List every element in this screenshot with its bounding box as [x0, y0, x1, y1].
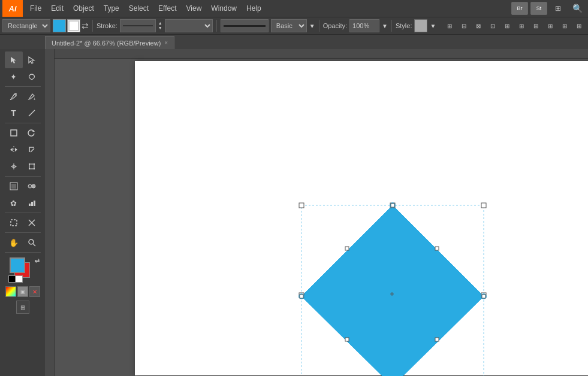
color-swatches-area: ⇄ — [5, 256, 41, 283]
svg-rect-27 — [45, 49, 588, 59]
slice-tool[interactable] — [23, 214, 41, 231]
stroke-options-select[interactable] — [165, 19, 213, 32]
arrange-btn-6[interactable]: ⊞ — [515, 19, 528, 32]
svg-point-18 — [32, 184, 35, 188]
rectangle-tool[interactable] — [5, 125, 23, 141]
svg-line-26 — [33, 244, 35, 246]
left-toolbar: ✦ + T — [0, 49, 45, 376]
bridge-icon[interactable]: Br — [511, 2, 528, 15]
svg-point-2 — [10, 99, 11, 100]
stroke-stepper[interactable]: ▲ ▼ — [158, 21, 162, 31]
menu-object[interactable]: Object — [68, 2, 99, 15]
app-logo: Ai — [2, 0, 23, 17]
arrange-btn-4[interactable]: ⊡ — [486, 19, 499, 32]
arrange-btn-9[interactable]: ⊞ — [558, 19, 571, 32]
style-preset-select[interactable]: Basic — [271, 19, 307, 32]
screen-mode-button[interactable]: ⊞ — [16, 301, 29, 314]
menu-edit[interactable]: Edit — [46, 2, 68, 15]
swap-icon[interactable]: ⇄ — [82, 21, 89, 31]
color-mode-button[interactable] — [5, 286, 16, 297]
artboard-tool[interactable] — [5, 214, 23, 231]
tab-bar: Untitled-2* @ 66.67% (RGB/Preview) × — [0, 35, 588, 49]
svg-rect-14 — [34, 168, 35, 169]
add-anchor-tool[interactable]: + — [23, 88, 41, 105]
fill-color-swatch[interactable] — [10, 257, 25, 273]
width-tool[interactable] — [5, 158, 23, 175]
arrange-btn-7[interactable]: ⊞ — [529, 19, 542, 32]
svg-rect-5 — [11, 130, 17, 136]
tab-title: Untitled-2* @ 66.67% (RGB/Preview) — [52, 40, 161, 47]
hand-tool[interactable]: ✋ — [5, 234, 23, 251]
options-toolbar: Rectangle ⇄ Stroke: ▲ ▼ Basic ▼ Opacity:… — [0, 17, 588, 35]
eyedropper-tool[interactable] — [5, 178, 23, 195]
shape-select[interactable]: Rectangle — [2, 19, 50, 32]
divider-4 — [391, 20, 392, 32]
direct-selection-tool[interactable] — [23, 51, 41, 68]
free-transform-tool[interactable] — [23, 158, 41, 175]
svg-point-17 — [28, 184, 32, 188]
arrange-btn-2[interactable]: ⊟ — [457, 19, 471, 32]
tool-sep-2 — [5, 123, 41, 123]
menu-window[interactable]: Window — [206, 2, 242, 15]
fill-swatch[interactable] — [53, 19, 66, 32]
menu-type[interactable]: Type — [99, 2, 124, 15]
type-row: T — [0, 105, 45, 122]
menu-view[interactable]: View — [182, 2, 207, 15]
opacity-dropdown-icon[interactable]: ▼ — [382, 23, 388, 29]
document-tab[interactable]: Untitled-2* @ 66.67% (RGB/Preview) × — [45, 36, 174, 49]
type-tool[interactable]: T — [5, 105, 23, 122]
stroke-color-swatch[interactable] — [67, 19, 80, 32]
style-swatch[interactable] — [414, 19, 427, 32]
lasso-tool[interactable] — [23, 68, 41, 85]
menu-help[interactable]: Help — [242, 2, 266, 15]
opacity-input[interactable] — [349, 19, 379, 32]
selection-tool[interactable] — [5, 51, 23, 68]
menu-select[interactable]: Select — [124, 2, 153, 15]
reset-stroke-icon[interactable] — [16, 275, 23, 283]
reflect-tool[interactable] — [5, 141, 23, 158]
svg-rect-11 — [29, 163, 30, 165]
menu-bar: Ai File Edit Object Type Select Effect V… — [0, 0, 588, 17]
menu-effect[interactable]: Effect — [153, 2, 181, 15]
eyedropper-row — [0, 178, 45, 195]
magic-wand-tool[interactable]: ✦ — [5, 68, 23, 85]
divider-1 — [92, 20, 93, 32]
scale-tool[interactable] — [23, 141, 41, 158]
stock-icon[interactable]: St — [530, 2, 547, 15]
blend-tool[interactable] — [23, 178, 41, 195]
menu-file[interactable]: File — [25, 2, 46, 15]
tool-sep-3 — [5, 176, 41, 177]
tab-close-button[interactable]: × — [164, 40, 168, 46]
arrange-btn-3[interactable]: ⊠ — [472, 19, 485, 32]
swap-colors-icon[interactable]: ⇄ — [35, 257, 40, 264]
opacity-label: Opacity: — [323, 22, 347, 29]
color-mode-row: ▣ ✕ — [5, 286, 40, 297]
line-tool[interactable] — [23, 105, 41, 122]
gradient-button[interactable]: ▣ — [17, 286, 28, 297]
stroke-preview[interactable] — [120, 19, 156, 32]
svg-rect-10 — [29, 164, 34, 169]
reset-fill-icon[interactable] — [8, 275, 16, 283]
main-area: ✦ + T — [0, 49, 588, 376]
symbol-tool[interactable]: ✿ — [5, 195, 23, 211]
search-icon[interactable]: 🔍 — [569, 2, 586, 15]
svg-rect-16 — [11, 184, 16, 189]
arrange-btn-10[interactable]: ⊞ — [572, 19, 586, 32]
style-dropdown-icon[interactable]: ▼ — [309, 23, 315, 29]
arrange-btn-8[interactable]: ⊞ — [544, 19, 557, 32]
canvas-area[interactable]: /* ruler ticks rendered via CSS */ — [45, 49, 588, 376]
workspace-grid-icon[interactable]: ⊞ — [550, 2, 566, 15]
rotate-tool[interactable] — [23, 125, 41, 141]
graph-tool[interactable] — [23, 195, 41, 211]
arrange-panel: ⊞ ⊟ ⊠ ⊡ ⊞ ⊞ ⊞ ⊞ ⊞ ⊞ — [443, 19, 586, 32]
style-label: Style: — [396, 22, 412, 29]
tool-sep-1 — [5, 86, 41, 87]
stroke-style-preview[interactable] — [221, 19, 269, 32]
arrange-btn-5[interactable]: ⊞ — [500, 19, 514, 32]
pen-row: + — [0, 88, 45, 105]
pen-tool[interactable] — [5, 88, 23, 105]
style-swatch-dropdown-icon[interactable]: ▼ — [430, 23, 436, 29]
none-button[interactable]: ✕ — [29, 286, 40, 297]
arrange-btn-1[interactable]: ⊞ — [443, 19, 456, 32]
zoom-tool[interactable] — [23, 234, 41, 251]
